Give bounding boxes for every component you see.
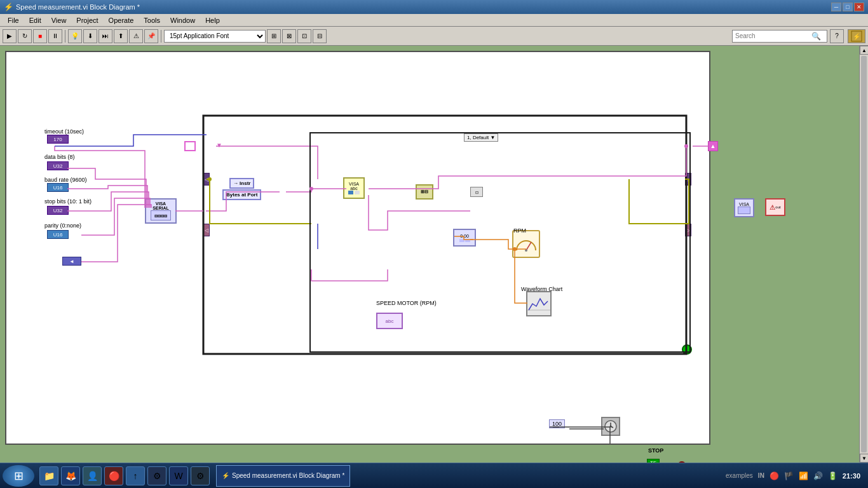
start-button[interactable]: ⊞: [3, 465, 34, 487]
waveform-chart-label: Waveform Chart: [521, 286, 562, 292]
warn-button[interactable]: ⚠: [129, 29, 143, 43]
step-into-button[interactable]: ⬇: [83, 29, 97, 43]
run-continuously-button[interactable]: ↻: [18, 29, 32, 43]
shift-register-left[interactable]: ◁: [203, 173, 210, 186]
speed-motor-label: SPEED MOTOR (RPM): [376, 300, 437, 306]
loop-condition[interactable]: [682, 344, 692, 355]
tray-icon-3[interactable]: 📶: [799, 471, 808, 480]
string-process-block[interactable]: ⊡: [470, 187, 483, 197]
taskbar-right-area: examples IN 🔴 🏴 📶 🔊 🔋 21:30: [726, 471, 865, 480]
taskbar-user-icon[interactable]: 👤: [83, 466, 102, 485]
menu-file[interactable]: File: [3, 15, 24, 25]
u32-timeout[interactable]: U32: [47, 161, 69, 170]
reorder-button[interactable]: ⊡: [297, 29, 311, 43]
taskbar-icon-6[interactable]: ⚙: [147, 466, 166, 485]
timeout-label: timeout (10sec): [44, 128, 84, 135]
tray-icon-5[interactable]: 🔋: [828, 471, 837, 480]
tray-icon-1[interactable]: 🔴: [770, 471, 779, 480]
parity-label: parity (0:none): [44, 222, 81, 229]
distribute-button[interactable]: ⊠: [282, 29, 296, 43]
waveform-chart: [526, 291, 552, 316]
data-bits-label: data bits (8): [44, 154, 75, 160]
highlight-button[interactable]: 💡: [68, 29, 82, 43]
scroll-down-button[interactable]: ▼: [860, 454, 868, 463]
svg-point-4: [309, 187, 313, 191]
vertical-scrollbar[interactable]: ▲ ▼: [859, 46, 868, 463]
search-icon[interactable]: 🔍: [811, 32, 821, 41]
step-over-button[interactable]: ⏭: [98, 29, 112, 43]
svg-rect-2: [203, 116, 686, 354]
main-area: 170 timeout (10sec) U32 data bits (8) U1…: [0, 46, 868, 463]
run-arrow-button[interactable]: ▶: [3, 29, 17, 43]
stop-bits-label: stop bits (10: 1 bit): [44, 198, 92, 205]
minimize-button[interactable]: ─: [831, 3, 841, 11]
taskbar-folder-icon[interactable]: 📁: [39, 466, 58, 485]
menu-edit[interactable]: Edit: [24, 15, 46, 25]
default-selector[interactable]: 1, Default ▼: [464, 133, 498, 142]
visa-bytes-at-port[interactable]: → Instr Bytes at Port: [222, 178, 261, 200]
svg-line-8: [526, 242, 531, 250]
error-icon-inner: ⚠ out: [765, 198, 785, 216]
step-out-button[interactable]: ⬆: [114, 29, 128, 43]
shift-register-right-lower[interactable]: ▷: [685, 224, 691, 236]
svg-point-6: [684, 144, 688, 148]
menu-tools[interactable]: Tools: [139, 15, 165, 25]
taskbar-icon-5[interactable]: ↑: [126, 466, 145, 485]
u16-stop-bits[interactable]: U16: [47, 230, 69, 239]
taskbar-icon-4[interactable]: 🔴: [104, 466, 123, 485]
separator-1: [65, 30, 65, 43]
tray-icon-4[interactable]: 🔊: [813, 471, 823, 480]
visa-config-right[interactable]: VISA: [734, 198, 754, 217]
menu-operate[interactable]: Operate: [104, 15, 139, 25]
scroll-thumb[interactable]: [861, 56, 867, 452]
help-button[interactable]: ?: [830, 29, 844, 43]
shift-register-right[interactable]: ▷: [685, 173, 691, 186]
error-node[interactable]: ⚠ out: [765, 198, 785, 216]
maximize-button[interactable]: □: [843, 3, 853, 11]
block-diagram-canvas[interactable]: 170 timeout (10sec) U32 data bits (8) U1…: [5, 51, 710, 445]
shift-register-left-lower[interactable]: ◁: [203, 224, 210, 236]
retain-button[interactable]: 📌: [144, 29, 158, 43]
close-button[interactable]: ✕: [854, 3, 864, 11]
pink-arrow-top-right[interactable]: ▲: [708, 141, 718, 151]
resize-button[interactable]: ⊟: [313, 29, 327, 43]
speed-motor-indicator: abc: [376, 313, 403, 329]
menu-project[interactable]: Project: [71, 15, 103, 25]
scroll-up-button[interactable]: ▲: [860, 46, 868, 55]
font-selector[interactable]: 15pt Application Font: [164, 30, 266, 43]
menu-help[interactable]: Help: [200, 15, 225, 25]
separator-2: [161, 30, 161, 43]
visa-read-node[interactable]: VISA abc: [343, 177, 365, 199]
timeout-value-block[interactable]: 170: [47, 135, 69, 144]
taskbar-firefox-icon[interactable]: 🦊: [61, 466, 80, 485]
data-process-block[interactable]: ⊞⊟: [416, 184, 433, 200]
svg-rect-3: [310, 133, 690, 352]
menu-window[interactable]: Window: [165, 15, 200, 25]
loop-selector[interactable]: ▼: [216, 141, 224, 149]
in-label: IN: [758, 472, 764, 479]
rpm-gauge: [512, 230, 540, 258]
enum-parity[interactable]: ◄: [62, 257, 81, 266]
u16-data-bits[interactable]: U16: [47, 183, 69, 192]
svg-point-9: [525, 249, 527, 252]
examples-label: examples: [726, 472, 753, 479]
wait-function[interactable]: [601, 417, 620, 436]
visa-serial-config[interactable]: VISA SERIAL ⊟⊟⊟⊟: [145, 198, 177, 224]
const-100[interactable]: 100: [549, 419, 565, 428]
taskbar-icon-7[interactable]: W: [169, 466, 188, 485]
baud-rate-label: baud rate (9600): [44, 177, 87, 183]
rpm-label: RPM: [513, 227, 526, 234]
window-title: ⚡ Speed measurement.vi Block Diagram *: [4, 3, 140, 11]
pause-button[interactable]: ⏸: [48, 29, 62, 43]
search-input[interactable]: [735, 32, 811, 39]
align-button[interactable]: ⊞: [267, 29, 281, 43]
taskbar-icon-8[interactable]: ⚙: [191, 466, 210, 485]
u32-baud-rate[interactable]: U32: [47, 206, 69, 215]
app-icon: ⚡: [4, 3, 13, 11]
search-box: 🔍: [732, 30, 827, 43]
menu-view[interactable]: View: [46, 15, 72, 25]
abort-button[interactable]: ■: [33, 29, 47, 43]
labview-icon-toolbar[interactable]: ⚡: [848, 29, 865, 43]
active-window-button[interactable]: ⚡ Speed measurement.vi Block Diagram *: [216, 465, 350, 487]
tray-icon-2[interactable]: 🏴: [784, 471, 794, 480]
